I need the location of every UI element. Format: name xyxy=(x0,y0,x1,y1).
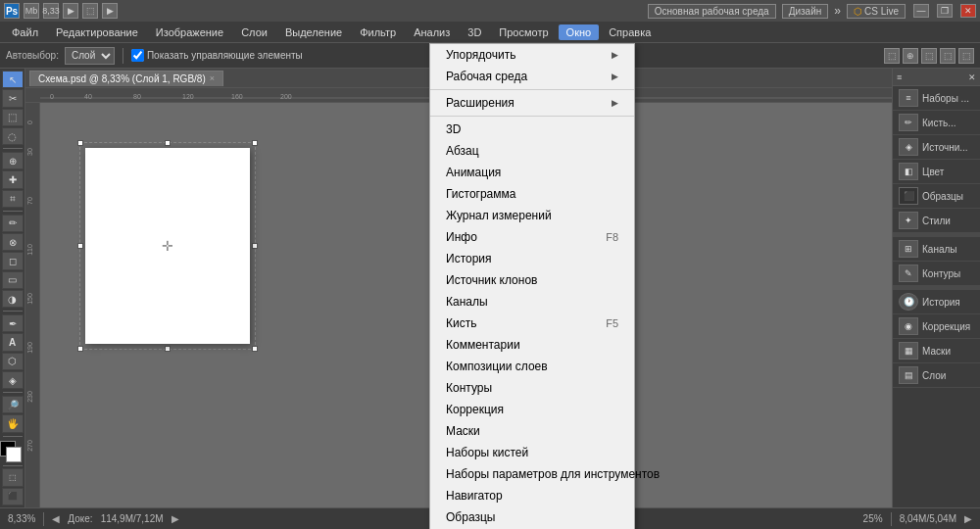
menu-window[interactable]: Окно xyxy=(559,24,600,40)
panel-maski[interactable]: ▦ Маски xyxy=(893,339,980,363)
menu-item-anim[interactable]: Анимация xyxy=(430,162,634,183)
tool-crop[interactable]: ✂ xyxy=(2,89,24,107)
menu-item-brush[interactable]: Кисть F5 xyxy=(430,313,634,334)
panel-kontury[interactable]: ✎ Контуры xyxy=(893,262,980,286)
menu-item-hist[interactable]: Гистограмма xyxy=(430,183,634,205)
menu-item-brushes[interactable]: Наборы кистей xyxy=(430,442,634,463)
tool-eraser[interactable]: ◻ xyxy=(2,252,24,269)
menu-file[interactable]: Файл xyxy=(4,24,46,40)
doc-tab-close[interactable]: × xyxy=(210,73,215,83)
menu-item-ws[interactable]: Рабочая среда xyxy=(430,66,634,87)
tool-select[interactable]: ↖ xyxy=(2,71,24,88)
panel-istoriya[interactable]: 🕐 История xyxy=(893,290,980,314)
tool-measure[interactable]: ✚ xyxy=(2,170,24,188)
tool-crop2[interactable]: ⊕ xyxy=(2,152,24,169)
opt-icon4: ⬚ xyxy=(940,48,956,64)
tool-3d[interactable]: ◈ xyxy=(2,371,24,389)
status-arrow2[interactable]: ▶ xyxy=(964,513,972,524)
tool-hand[interactable]: 🖐 xyxy=(2,414,24,432)
panel-korrekciya[interactable]: ◉ Коррекция xyxy=(893,314,980,339)
menu-layers[interactable]: Слои xyxy=(233,24,275,40)
menu-item-ext[interactable]: Расширения xyxy=(430,92,634,114)
panel-sloi[interactable]: ▤ Слои xyxy=(893,363,980,388)
menu-select[interactable]: Выделение xyxy=(277,24,350,40)
status-left-arrow[interactable]: ◀ xyxy=(52,513,60,524)
mb-icon: Mb xyxy=(24,3,39,19)
svg-text:110: 110 xyxy=(26,244,33,256)
menu-item-comp[interactable]: Композиции слоев xyxy=(430,356,634,377)
zoom-display: 8,33% xyxy=(8,513,35,524)
tool-rect[interactable]: ⬚ xyxy=(2,109,24,126)
menu-item-masks[interactable]: Маски xyxy=(430,420,634,442)
menu-item-channels[interactable]: Каналы xyxy=(430,291,634,313)
menu-filter[interactable]: Фильтр xyxy=(352,24,404,40)
tool-brush[interactable]: ✏ xyxy=(2,215,24,232)
tool-shape[interactable]: ⬡ xyxy=(2,353,24,370)
status-right-arrow[interactable]: ▶ xyxy=(172,513,179,524)
tool-lasso[interactable]: ◌ xyxy=(2,127,24,145)
menu-analysis[interactable]: Анализ xyxy=(406,24,458,40)
menu-item-adj[interactable]: Коррекция xyxy=(430,399,634,420)
design-button[interactable]: Дизайн xyxy=(782,4,829,19)
menu-item-paths[interactable]: Контуры xyxy=(430,377,634,399)
panel-nabory[interactable]: ≡ Наборы ... xyxy=(893,86,980,111)
handle-tc[interactable] xyxy=(165,140,171,146)
menu-3d[interactable]: 3D xyxy=(460,24,489,40)
menu-item-swatches[interactable]: Образцы xyxy=(430,506,634,528)
panel-kist[interactable]: ✏ Кисть... xyxy=(893,111,980,135)
tool-mask[interactable]: ⬚ xyxy=(2,468,24,486)
svg-text:0: 0 xyxy=(26,120,33,124)
tool-screen[interactable]: ⬛ xyxy=(2,488,24,505)
menu-item-history[interactable]: История xyxy=(430,248,634,269)
tool-grid[interactable]: ⌗ xyxy=(2,190,24,208)
panel-istochnik[interactable]: ◈ Источни... xyxy=(893,135,980,160)
menu-item-nav[interactable]: Навигатор xyxy=(430,485,634,506)
handle-tl[interactable] xyxy=(77,140,83,146)
photoshop-canvas: ✛ xyxy=(85,148,250,344)
handle-ml[interactable] xyxy=(77,243,83,249)
menu-item-journal[interactable]: Журнал измерений xyxy=(430,205,634,226)
titlebar-left: Ps Mb 8,33 ▶ ⬚ ▶ xyxy=(4,3,118,19)
status-zoom2: 25% xyxy=(863,513,883,524)
autovybor-select[interactable]: Слой xyxy=(65,47,115,65)
tool-pen[interactable]: ✒ xyxy=(2,314,24,332)
tool-clone[interactable]: ⊗ xyxy=(2,233,24,251)
tool-gradient[interactable]: ▭ xyxy=(2,271,24,289)
bg-color-swatch[interactable] xyxy=(6,447,22,462)
svg-text:230: 230 xyxy=(26,391,33,403)
close-button[interactable]: ✕ xyxy=(960,4,976,18)
istoriya-icon: 🕐 xyxy=(899,293,918,311)
menu-item-clone[interactable]: Источник клонов xyxy=(430,269,634,291)
handle-mr[interactable] xyxy=(252,243,258,249)
menu-image[interactable]: Изображение xyxy=(148,24,231,40)
workspace-button[interactable]: Основная рабочая среда xyxy=(648,4,776,19)
menu-item-comments[interactable]: Комментарии xyxy=(430,334,634,356)
handle-bl[interactable] xyxy=(77,346,83,352)
menu-item-upo[interactable]: Упорядочить xyxy=(430,44,634,66)
restore-button[interactable]: ❐ xyxy=(937,4,953,18)
doc-tab[interactable]: Схема.psd @ 8,33% (Слой 1, RGB/8) × xyxy=(29,71,223,86)
menu-view[interactable]: Просмотр xyxy=(491,24,556,40)
cs-live-button[interactable]: ⬡ CS Live xyxy=(847,4,906,19)
panel-stili[interactable]: ✦ Стили xyxy=(893,209,980,233)
menu-edit[interactable]: Редактирование xyxy=(48,24,146,40)
menu-item-info[interactable]: Инфо F8 xyxy=(430,226,634,248)
handle-br[interactable] xyxy=(252,346,258,352)
handle-tr[interactable] xyxy=(252,140,258,146)
tool-divider5 xyxy=(3,436,23,437)
panel-kanaly[interactable]: ⊞ Каналы xyxy=(893,237,980,262)
menu-help[interactable]: Справка xyxy=(601,24,659,40)
minimize-button[interactable]: — xyxy=(913,4,929,18)
panel-cvet[interactable]: ◧ Цвет xyxy=(893,160,980,184)
menu-item-abzac[interactable]: Абзац xyxy=(430,140,634,162)
show-controls-checkbox[interactable] xyxy=(131,49,144,62)
tool-divider3 xyxy=(3,311,23,312)
handle-bc[interactable] xyxy=(165,346,171,352)
menu-item-presets[interactable]: Наборы параметров для инструментов xyxy=(430,463,634,485)
panel-obrazcy[interactable]: ⬛ Образцы xyxy=(893,184,980,209)
obrazcy-icon: ⬛ xyxy=(899,187,918,205)
tool-text[interactable]: A xyxy=(2,333,24,351)
menu-item-3d[interactable]: 3D xyxy=(430,119,634,140)
tool-zoom[interactable]: 🔎 xyxy=(2,396,24,413)
tool-dodge[interactable]: ◑ xyxy=(2,290,24,308)
